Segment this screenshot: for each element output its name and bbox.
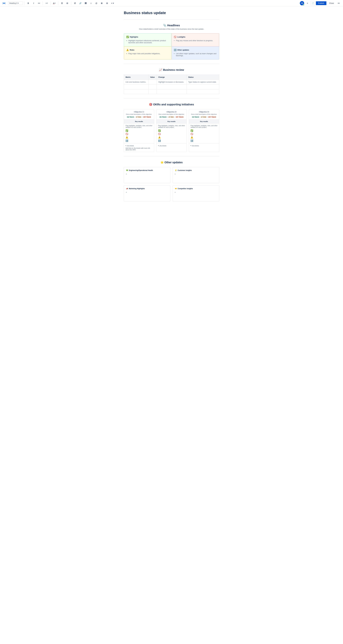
okr-1-sep-1: / [135, 116, 135, 118]
okr-2-off-track: OFF TRACK [176, 116, 184, 118]
divider-1 [124, 19, 219, 20]
risks-card: ⚠️ Risks Flag major risks and possible m… [124, 46, 171, 60]
engineering-label: Engineering/Operational Health [129, 170, 153, 171]
number-list-button[interactable]: ⊟ [65, 1, 69, 5]
col-status: Status [187, 75, 219, 80]
okr-3-icon-info: ℹ️ [191, 140, 217, 142]
avatar-online-badge [303, 4, 305, 6]
toolbar-right: CK + 📄 Publish Close ••• [300, 1, 341, 5]
row3-change[interactable] [157, 89, 187, 94]
table-body: List core business metrics. Highlight in… [124, 80, 219, 94]
marketing-highlights-label: Marketing Highlights [129, 188, 145, 190]
collaborators-add-button[interactable]: + [305, 1, 310, 5]
bold-button[interactable]: B [26, 1, 30, 5]
marketing-highlights-card: 📣 Marketing Highlights [124, 186, 170, 202]
close-button[interactable]: Close [328, 1, 336, 5]
okr-2-sep-2: / [175, 116, 175, 118]
text-color-arrow: ▾ [55, 2, 55, 4]
other-updates-grid: 💚 Engineering/Operational Health 💡 Custo… [124, 167, 219, 202]
row1-metric[interactable]: List core business metrics. [124, 80, 148, 84]
task-button[interactable]: ☑ [73, 1, 77, 5]
confluence-logo[interactable] [2, 1, 6, 5]
layout-button[interactable]: ⊟ [105, 1, 109, 5]
row3-metric[interactable] [124, 89, 148, 94]
mention-button[interactable]: @ [94, 1, 98, 5]
table-row [124, 84, 219, 89]
customer-insights-card: 💡 Customer insights [173, 167, 219, 183]
bullet-list-button[interactable]: ☰ [60, 1, 64, 5]
row2-change[interactable] [157, 84, 187, 89]
business-review-table: Metric Value Change Status List core bus… [124, 75, 219, 94]
okr-3-icon-warn: ⚠️ [191, 136, 217, 138]
italic-button[interactable]: I [31, 1, 36, 5]
row1-status[interactable]: Type /status to capture current state. [187, 80, 219, 84]
link-button[interactable]: 🔗 [78, 1, 82, 5]
other-updates-heading: ⭐ Other updates [124, 161, 219, 164]
risks-label: Risks [130, 49, 134, 51]
okr-2-icon-info: ℹ️ [158, 140, 185, 142]
okr-1-at-risk: AT RISK [136, 116, 141, 118]
other-updates-icon: ℹ️ [174, 49, 176, 51]
toolbar-separator-4 [58, 2, 58, 5]
divider-4 [124, 156, 219, 156]
user-avatar[interactable]: CK [300, 1, 304, 5]
template-icon-button[interactable]: 📄 [311, 1, 315, 5]
customer-insights-label: Customer insights [178, 170, 192, 171]
image-button[interactable]: 🖼 [83, 1, 88, 5]
row1-change[interactable]: Highlight increases or decreases. [157, 80, 187, 84]
okr-2-desc: Give a brief description of this objecti… [158, 114, 185, 115]
okr-1-desc: Give a brief description of this objecti… [126, 114, 152, 115]
okr-1-jira-chevron: ▾ [126, 145, 126, 146]
okr-3-jira: ▾ Jira tickets [189, 144, 219, 149]
emoji-button[interactable]: ☺ [89, 1, 93, 5]
heading-dropdown[interactable]: Heading 2 ▾ [8, 2, 23, 5]
text-color-button[interactable]: A ▾ [52, 1, 56, 5]
text-color-a: A [53, 2, 54, 4]
row1-value[interactable] [148, 80, 157, 84]
okr-3-at-risk: AT RISK [201, 116, 206, 118]
okr-1-jira-header[interactable]: ▾ Jira tickets [126, 145, 152, 146]
row2-metric[interactable] [124, 84, 148, 89]
okr-1-icon-info: ℹ️ [126, 140, 152, 142]
okr-3-icon-block: 🚫 [191, 133, 217, 135]
business-review-table-wrapper: Metric Value Change Status List core bus… [124, 75, 219, 94]
table-button[interactable]: ⊞ [99, 1, 104, 5]
okr-grid-wrapper: <Objective 1> Give a brief description o… [124, 109, 219, 152]
okr-1-icon-check: ✅ [126, 129, 152, 132]
okr-1-on-track: ON TRACK [127, 116, 134, 118]
row2-status[interactable] [187, 84, 219, 89]
business-review-section: 📈 Business review Metric Value Change St… [124, 68, 219, 94]
customer-insights-list [175, 173, 217, 175]
lowlights-item-1: Flag any misses and other blockers to pr… [176, 40, 217, 42]
publish-button[interactable]: Publish [316, 1, 326, 5]
okr-1-sep-2: / [142, 116, 142, 118]
okr-3-title: <Objective 3> [191, 111, 217, 113]
okr-1-results-content: Flag highlights, lowlights, risks, and o… [124, 124, 154, 144]
okr-1-status-row: ON TRACK / AT RISK / OFF TRACK [126, 116, 152, 118]
risks-list: Flag major risks and possible mitigation… [126, 52, 169, 54]
okr-3-icon-check: ✅ [191, 129, 217, 132]
row3-status[interactable] [187, 89, 219, 94]
more-format-button[interactable]: ••• [37, 1, 41, 5]
competitor-insights-card: 🤝 Competitor insights [173, 186, 219, 202]
other-updates-list: List other major updates, such as team c… [174, 52, 217, 56]
engineering-card-title: 💚 Engineering/Operational Health [126, 170, 168, 171]
overflow-menu-button[interactable]: ••• [337, 1, 341, 5]
okr-2-header: <Objective 2> Give a brief description o… [156, 110, 187, 120]
row2-value[interactable] [148, 84, 157, 89]
toolbar-separator-5 [71, 2, 71, 5]
competitor-insights-label: Competitor insights [178, 188, 193, 190]
marketing-highlights-item-1 [128, 191, 168, 193]
headlines-heading: 📎 Headlines [124, 24, 219, 27]
competitor-insights-item-1 [177, 191, 217, 193]
row3-value[interactable] [148, 89, 157, 94]
other-updates-card: ℹ️ Other updates List other major update… [171, 46, 219, 60]
lowlights-card-title: 🚫 Lowlights [174, 36, 217, 38]
okr-card-1: <Objective 1> Give a brief description o… [124, 109, 154, 152]
avatar-initials: CK [301, 2, 303, 4]
align-arrow: ▾ [47, 2, 48, 4]
align-button[interactable]: ≡ ▾ [44, 1, 49, 5]
okr-3-jira-header[interactable]: ▾ Jira tickets [191, 145, 217, 146]
okr-2-jira-header[interactable]: ▾ Jira tickets [158, 145, 185, 146]
insert-plus-button[interactable]: + ▾ [110, 1, 115, 5]
